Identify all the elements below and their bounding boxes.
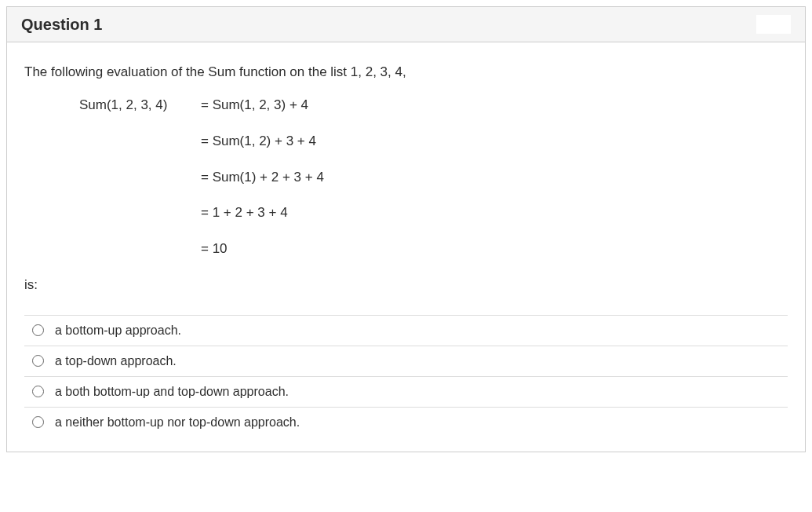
equation-row: = Sum(1) + 2 + 3 + 4 <box>79 168 788 187</box>
equation-row: = 1 + 2 + 3 + 4 <box>79 203 788 222</box>
equation-step: = Sum(1) + 2 + 3 + 4 <box>201 168 788 187</box>
radio-icon <box>32 355 44 367</box>
equation-step: = 10 <box>201 240 788 258</box>
option-label: a top-down approach. <box>55 354 785 368</box>
equation-block: Sum(1, 2, 3, 4) = Sum(1, 2, 3) + 4 = Sum… <box>79 96 788 258</box>
equation-row: = Sum(1, 2) + 3 + 4 <box>79 132 788 151</box>
trailing-text: is: <box>24 277 788 293</box>
equation-left-empty <box>79 203 201 222</box>
option-label: a both bottom-up and top-down approach. <box>55 385 785 399</box>
equation-row: Sum(1, 2, 3, 4) = Sum(1, 2, 3) + 4 <box>79 96 788 115</box>
equation-step: = Sum(1, 2, 3) + 4 <box>201 96 788 115</box>
option-row-2[interactable]: a top-down approach. <box>24 346 788 376</box>
question-card: Question 1 The following evaluation of t… <box>6 6 806 452</box>
question-header: Question 1 <box>7 7 805 42</box>
question-title: Question 1 <box>21 16 102 34</box>
option-label: a bottom-up approach. <box>55 324 785 338</box>
radio-icon <box>32 386 44 397</box>
radio-icon <box>32 324 44 336</box>
option-row-4[interactable]: a neither bottom-up nor top-down approac… <box>24 407 788 437</box>
question-body: The following evaluation of the Sum func… <box>7 42 805 452</box>
equation-left-empty <box>79 240 201 258</box>
equation-step: = Sum(1, 2) + 3 + 4 <box>201 132 788 151</box>
flag-box[interactable] <box>756 15 791 34</box>
option-label: a neither bottom-up nor top-down approac… <box>55 415 785 430</box>
equation-left-empty <box>79 132 201 151</box>
option-row-3[interactable]: a both bottom-up and top-down approach. <box>24 376 788 407</box>
options-list: a bottom-up approach. a top-down approac… <box>24 315 788 437</box>
equation-left: Sum(1, 2, 3, 4) <box>79 96 201 115</box>
equation-left-empty <box>79 168 201 187</box>
intro-text: The following evaluation of the Sum func… <box>24 64 788 80</box>
radio-icon <box>32 416 44 428</box>
option-row-1[interactable]: a bottom-up approach. <box>24 315 788 346</box>
equation-row: = 10 <box>79 240 788 258</box>
equation-step: = 1 + 2 + 3 + 4 <box>201 203 788 222</box>
